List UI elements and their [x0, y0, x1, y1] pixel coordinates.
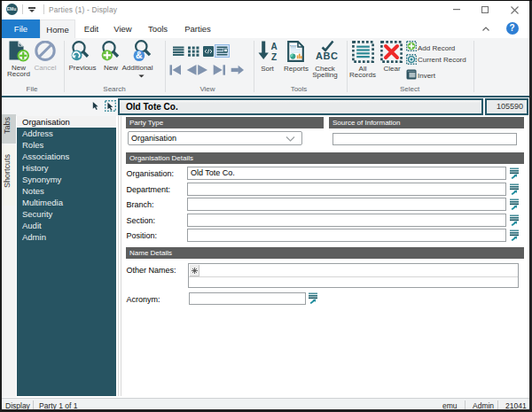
svg-text:ABC: ABC [316, 51, 338, 60]
svg-text:Z: Z [271, 51, 277, 61]
svg-text:A: A [270, 41, 277, 51]
svg-text:&: & [136, 50, 143, 60]
